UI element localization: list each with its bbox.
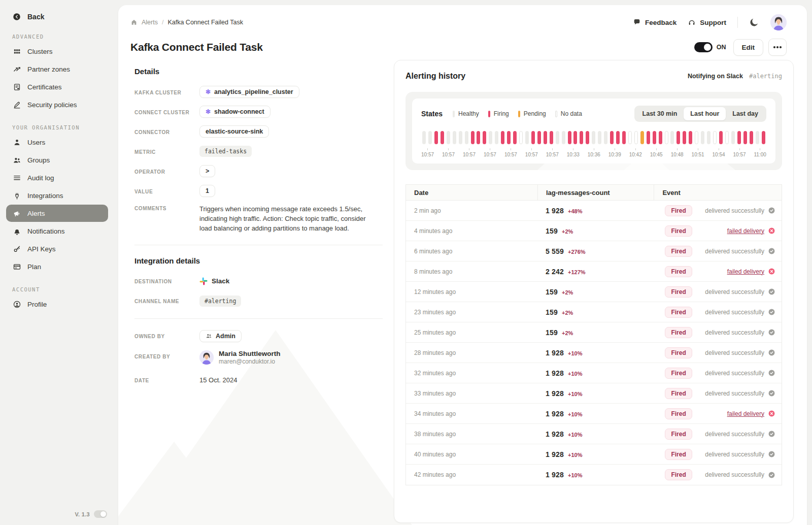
range-button-last-30-min[interactable]: Last 30 min: [636, 107, 684, 120]
row-metric-delta: +2%: [562, 228, 573, 235]
connect-cluster-label: CONNECT CLUSTER: [134, 109, 199, 115]
row-date: 4 minutes ago: [406, 227, 537, 235]
tick-label: 10:39: [608, 152, 621, 157]
sidebar-item-api-keys[interactable]: API Keys: [6, 240, 108, 257]
sidebar-item-clusters[interactable]: Clusters: [6, 43, 108, 60]
sidebar-item-integrations[interactable]: Integrations: [6, 187, 108, 204]
table-row: 8 minutes ago 2 242 +127% Fired failed d…: [406, 261, 782, 282]
moon-icon[interactable]: [749, 17, 759, 27]
version-label: V. 1.3: [75, 511, 90, 517]
security-policies-icon: [12, 100, 21, 109]
delivery-status: delivered successfully: [705, 207, 775, 214]
kafka-cluster-chip[interactable]: ✻ analytics_pipeline_cluster: [199, 86, 299, 98]
state-bar: [695, 131, 698, 144]
state-bar: [459, 131, 462, 144]
sidebar-collapse-toggle[interactable]: [94, 510, 107, 518]
timeline-tick: 10:57: [442, 148, 455, 157]
state-bar: [701, 131, 704, 144]
alert-enabled-toggle[interactable]: ON: [694, 42, 726, 52]
state-bar: [465, 131, 468, 144]
row-metric-value: 1 928: [546, 471, 564, 479]
state-bar: [556, 131, 559, 144]
more-actions-button[interactable]: [768, 39, 787, 56]
check-circle-icon: [768, 369, 775, 377]
state-bar: [477, 131, 480, 144]
operator-label: OPERATOR: [134, 168, 199, 175]
sidebar-item-partner-zones[interactable]: Partner zones: [6, 60, 108, 78]
integration-title: Integration details: [134, 256, 383, 265]
state-bar: [568, 131, 571, 144]
timeline-tick: 10:54: [713, 148, 725, 157]
sidebar-section-label: ADVANCED: [12, 34, 102, 40]
connector-chip[interactable]: elastic-source-sink: [199, 125, 269, 138]
range-button-last-day[interactable]: Last day: [726, 107, 765, 120]
edit-button[interactable]: Edit: [733, 39, 764, 56]
row-metric-delta: +10%: [568, 411, 582, 417]
row-date: 33 minutes ago: [406, 390, 537, 397]
sidebar-item-certificates[interactable]: Certificates: [6, 78, 108, 95]
owned-by-label: OWNED BY: [134, 333, 199, 339]
row-date: 34 minutes ago: [406, 410, 537, 417]
sidebar-item-notifications[interactable]: Notifications: [6, 222, 108, 240]
owned-by-chip[interactable]: Admin: [199, 330, 242, 342]
fired-badge: Fired: [665, 368, 692, 379]
more-icon: [773, 46, 775, 48]
failed-delivery-link[interactable]: failed delivery: [727, 268, 775, 275]
table-row: 12 minutes ago 159 +2% Fired delivered s…: [406, 282, 782, 302]
sidebar-section-label: YOUR ORGANISATION: [12, 124, 102, 130]
user-avatar[interactable]: [770, 14, 787, 30]
creator-email: maren@conduktor.io: [219, 358, 281, 365]
comments-label: COMMENTS: [134, 205, 199, 211]
back-icon: [12, 12, 21, 21]
users-icon: [12, 138, 21, 147]
state-bar: [507, 131, 511, 144]
sidebar-item-plan[interactable]: Plan: [6, 258, 108, 275]
failed-delivery-link[interactable]: failed delivery: [727, 227, 775, 235]
delivery-status: delivered successfully: [705, 329, 775, 336]
delivery-status: delivered successfully: [705, 369, 775, 377]
state-bar: [762, 131, 765, 144]
creator-name: Maria Shuttleworth: [219, 350, 281, 357]
row-date: 40 minutes ago: [406, 451, 537, 458]
failed-delivery-link[interactable]: failed delivery: [727, 410, 775, 417]
back-button[interactable]: Back: [0, 9, 114, 22]
sidebar-item-users[interactable]: Users: [6, 134, 108, 151]
delivery-status: delivered successfully: [705, 349, 775, 356]
sidebar-item-groups[interactable]: Groups: [6, 151, 108, 169]
check-circle-icon: [768, 329, 775, 336]
legend-item: Firing: [488, 110, 509, 117]
state-bar: [580, 131, 583, 144]
connect-cluster-chip[interactable]: ✻ shadow-connect: [199, 106, 270, 118]
fired-badge: Fired: [665, 307, 692, 318]
timeline-tick: 10:51: [692, 148, 704, 157]
support-button[interactable]: Support: [688, 18, 726, 26]
row-date: 8 minutes ago: [406, 268, 537, 275]
sidebar-footer: V. 1.3: [75, 510, 107, 518]
audit-log-icon: [12, 173, 21, 182]
sidebar-item-alerts[interactable]: Alerts: [6, 205, 108, 222]
sidebar: Back ADVANCED Clusters Partner zones Cer…: [0, 0, 114, 525]
state-bar: [483, 131, 486, 144]
feedback-button[interactable]: Feedback: [633, 18, 676, 26]
notifications-icon: [12, 226, 21, 236]
state-bar: [725, 131, 729, 144]
cluster-icon: ✻: [206, 89, 211, 95]
row-metric-delta: +10%: [568, 432, 582, 438]
row-metric-value: 159: [546, 329, 558, 337]
sidebar-item-profile[interactable]: Profile: [6, 296, 108, 313]
state-bar: [689, 131, 692, 144]
legend-swatch: [555, 111, 557, 117]
range-button-last-hour[interactable]: Last hour: [684, 107, 726, 120]
breadcrumb-alerts-link[interactable]: Alerts: [142, 19, 158, 26]
tick-label: 11:00: [754, 152, 766, 157]
fired-badge: Fired: [665, 429, 692, 440]
tick-label: 10:36: [588, 152, 600, 157]
sidebar-item-audit-log[interactable]: Audit log: [6, 169, 108, 186]
column-header-event: Event: [654, 185, 782, 200]
state-bar: [683, 131, 686, 144]
operator-value: >: [199, 165, 215, 177]
timeline-tick: 10:57: [504, 148, 517, 157]
row-metric-value: 159: [546, 288, 558, 296]
table-row: 34 minutes ago 1 928 +10% Fired failed d…: [406, 404, 782, 424]
sidebar-item-security-policies[interactable]: Security policies: [6, 96, 108, 113]
